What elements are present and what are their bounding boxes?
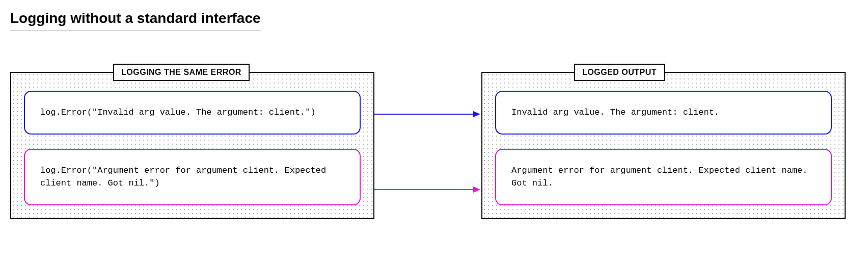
output-box-blue: Invalid arg value. The argument: client.	[495, 91, 832, 135]
output-box-magenta: Argument error for argument client. Expe…	[495, 149, 832, 205]
code-text: log.Error("Invalid arg value. The argume…	[40, 108, 316, 117]
code-box-magenta: log.Error("Argument error for argument c…	[24, 149, 361, 205]
output-text: Invalid arg value. The argument: client.	[511, 108, 719, 117]
arrow-head-icon	[473, 187, 480, 193]
arrow-head-icon	[473, 111, 480, 117]
code-text: log.Error("Argument error for argument c…	[40, 166, 326, 189]
diagram-title: Logging without a standard interface	[10, 10, 261, 31]
output-text: Argument error for argument client. Expe…	[511, 166, 808, 189]
right-panel-label: LOGGED OUTPUT	[574, 64, 665, 81]
arrow-magenta	[374, 189, 479, 190]
diagram-container: LOGGING THE SAME ERROR log.Error("Invali…	[10, 72, 858, 219]
arrow-line	[374, 189, 479, 190]
left-panel: LOGGING THE SAME ERROR log.Error("Invali…	[10, 72, 374, 219]
arrow-blue	[374, 114, 479, 115]
code-box-blue: log.Error("Invalid arg value. The argume…	[24, 91, 361, 135]
right-panel: LOGGED OUTPUT Invalid arg value. The arg…	[481, 72, 846, 219]
arrow-line	[374, 114, 479, 115]
left-panel-label: LOGGING THE SAME ERROR	[113, 64, 250, 81]
